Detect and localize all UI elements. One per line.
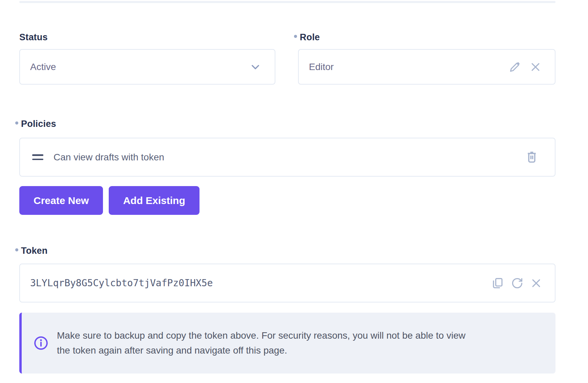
status-role-row: Status Active Role Editor <box>19 0 555 85</box>
token-label: Token <box>15 245 555 256</box>
info-icon <box>33 335 49 351</box>
drag-handle-icon[interactable] <box>32 154 43 160</box>
role-field-group: Role Editor <box>298 32 555 85</box>
required-dot-icon <box>294 35 297 38</box>
token-input[interactable]: 3LYLqrBy8G5Cylcbto7tjVafPz0IHX5e <box>19 264 555 302</box>
required-dot-icon <box>15 121 18 125</box>
clear-token-icon[interactable] <box>530 277 542 289</box>
top-divider <box>19 1 555 3</box>
token-form: Status Active Role Editor <box>19 0 555 374</box>
token-backup-notice: Make sure to backup and copy the token a… <box>19 313 555 374</box>
policy-actions: Create New Add Existing <box>19 186 555 215</box>
status-select[interactable]: Active <box>19 49 275 85</box>
policies-label: Policies <box>15 118 555 129</box>
chevron-down-icon[interactable] <box>250 61 261 73</box>
add-existing-button[interactable]: Add Existing <box>109 186 199 215</box>
delete-policy-trash-icon[interactable] <box>526 150 538 164</box>
policies-section: Policies Can view drafts with token Crea… <box>19 118 555 215</box>
status-field-group: Status Active <box>19 32 275 85</box>
required-dot-icon <box>15 248 18 251</box>
policy-list-item: Can view drafts with token <box>19 138 555 177</box>
regenerate-token-icon[interactable] <box>511 277 523 289</box>
policy-name: Can view drafts with token <box>54 152 526 163</box>
edit-pencil-icon[interactable] <box>509 61 521 73</box>
create-new-button[interactable]: Create New <box>19 186 103 215</box>
status-select-value: Active <box>30 62 250 72</box>
role-label: Role <box>294 32 555 43</box>
notice-text: Make sure to backup and copy the token a… <box>57 328 465 358</box>
clear-role-icon[interactable] <box>530 61 541 73</box>
copy-token-icon[interactable] <box>491 277 504 290</box>
status-label: Status <box>19 32 275 43</box>
role-relation-input[interactable]: Editor <box>298 49 555 85</box>
token-value: 3LYLqrBy8G5Cylcbto7tjVafPz0IHX5e <box>30 277 491 289</box>
role-value: Editor <box>309 62 509 72</box>
token-section: Token 3LYLqrBy8G5Cylcbto7tjVafPz0IHX5e <box>19 245 555 374</box>
